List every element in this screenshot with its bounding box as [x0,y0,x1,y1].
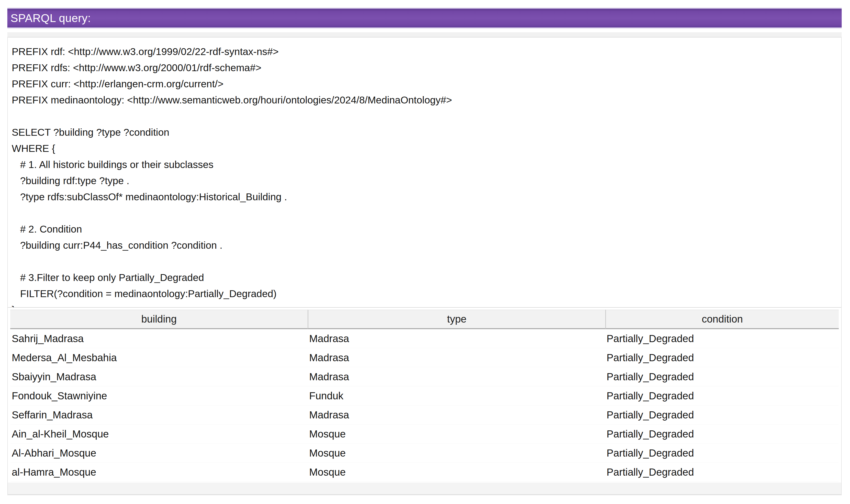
cell-type: Madrasa [308,406,605,425]
cell-condition: Partially_Degraded [605,329,839,348]
table-row: al-Hamra_Mosque Mosque Partially_Degrade… [10,463,839,482]
sparql-query-text: PREFIX rdf: <http://www.w3.org/1999/02/2… [12,43,836,308]
cell-building: Sahrij_Madrasa [10,329,308,348]
table-row: Fondouk_Stawniyine Funduk Partially_Degr… [10,386,839,406]
results-table-header: building type condition [10,310,839,329]
column-header-condition: condition [605,310,839,329]
cell-condition: Partially_Degraded [605,348,839,367]
results-footer-strip [8,483,841,495]
cell-building: Seffarin_Madrasa [10,406,308,425]
sparql-query-editor[interactable]: PREFIX rdf: <http://www.w3.org/1999/02/2… [8,38,841,308]
cell-condition: Partially_Degraded [605,463,839,482]
sparql-query-title-bar: SPARQL query: [7,8,842,29]
cell-type: Madrasa [308,329,605,348]
cell-condition: Partially_Degraded [605,425,839,444]
cell-building: Al-Abhari_Mosque [10,444,308,463]
page-title: SPARQL query: [11,12,91,25]
cell-type: Mosque [308,463,605,482]
cell-type: Funduk [308,386,605,406]
results-section: building type condition Sahrij_Madrasa M… [8,308,841,482]
table-row: Al-Abhari_Mosque Mosque Partially_Degrad… [10,444,839,463]
column-header-building: building [10,310,308,329]
cell-condition: Partially_Degraded [605,386,839,406]
cell-building: Fondouk_Stawniyine [10,386,308,406]
table-row: Ain_al-Kheil_Mosque Mosque Partially_Deg… [10,425,839,444]
table-row: Seffarin_Madrasa Madrasa Partially_Degra… [10,406,839,425]
cell-type: Mosque [308,425,605,444]
cell-type: Mosque [308,444,605,463]
results-table: building type condition Sahrij_Madrasa M… [10,310,839,482]
cell-condition: Partially_Degraded [605,367,839,386]
cell-condition: Partially_Degraded [605,406,839,425]
column-header-type: type [308,310,605,329]
cell-building: Ain_al-Kheil_Mosque [10,425,308,444]
table-row: Sbaiyyin_Madrasa Madrasa Partially_Degra… [10,367,839,386]
cell-type: Madrasa [308,348,605,367]
results-body: Sahrij_Madrasa Madrasa Partially_Degrade… [10,329,839,482]
header-row: building type condition [10,310,839,329]
cell-building: Medersa_Al_Mesbahia [10,348,308,367]
cell-building: al-Hamra_Mosque [10,463,308,482]
table-row: Sahrij_Madrasa Madrasa Partially_Degrade… [10,329,839,348]
query-and-results-panel: PREFIX rdf: <http://www.w3.org/1999/02/2… [7,37,842,495]
cell-condition: Partially_Degraded [605,444,839,463]
page-content: SPARQL query: PREFIX rdf: <http://www.w3… [7,8,842,495]
cell-type: Madrasa [308,367,605,386]
title-divider-strip [7,32,842,37]
cell-building: Sbaiyyin_Madrasa [10,367,308,386]
table-row: Medersa_Al_Mesbahia Madrasa Partially_De… [10,348,839,367]
